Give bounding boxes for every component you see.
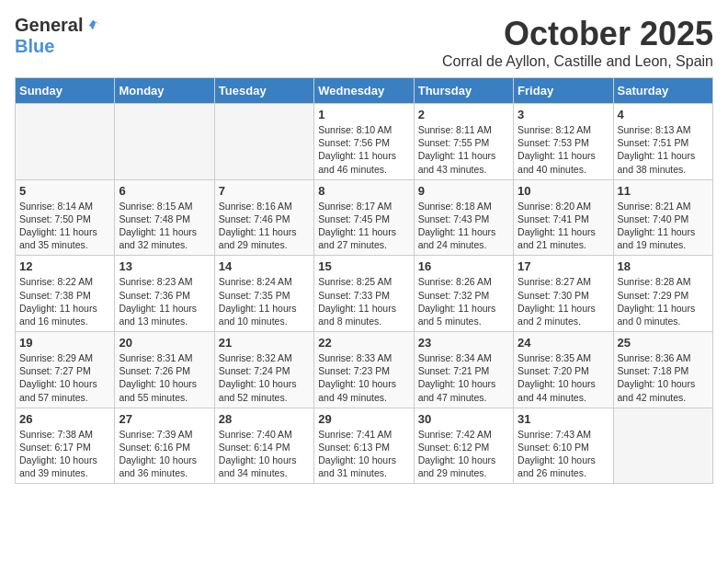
day-cell-18: 18Sunrise: 8:28 AMSunset: 7:29 PMDayligh…	[613, 256, 712, 332]
day-info: Sunrise: 8:15 AMSunset: 7:48 PMDaylight:…	[119, 200, 210, 252]
day-cell-23: 23Sunrise: 8:34 AMSunset: 7:21 PMDayligh…	[414, 332, 513, 408]
day-info: Sunrise: 8:28 AMSunset: 7:29 PMDaylight:…	[618, 275, 709, 327]
day-info: Sunrise: 8:22 AMSunset: 7:38 PMDaylight:…	[19, 275, 110, 327]
weekday-header-wednesday: Wednesday	[314, 78, 414, 104]
day-cell-31: 31Sunrise: 7:43 AMSunset: 6:10 PMDayligh…	[514, 408, 613, 484]
weekday-header-monday: Monday	[115, 78, 214, 104]
day-number: 6	[119, 184, 210, 198]
day-number: 9	[418, 184, 509, 198]
page-header: General Blue October 2025 Corral de Ayll…	[15, 15, 713, 70]
day-number: 11	[618, 184, 709, 198]
week-row-2: 5Sunrise: 8:14 AMSunset: 7:50 PMDaylight…	[16, 179, 713, 256]
weekday-header-thursday: Thursday	[414, 78, 513, 104]
day-cell-16: 16Sunrise: 8:26 AMSunset: 7:32 PMDayligh…	[414, 256, 513, 332]
day-number: 30	[418, 412, 509, 426]
day-cell-4: 4Sunrise: 8:13 AMSunset: 7:51 PMDaylight…	[613, 104, 712, 180]
day-info: Sunrise: 7:43 AMSunset: 6:10 PMDaylight:…	[518, 428, 609, 480]
day-number: 18	[618, 259, 709, 273]
day-cell-25: 25Sunrise: 8:36 AMSunset: 7:18 PMDayligh…	[613, 332, 712, 408]
day-number: 31	[518, 412, 609, 426]
svg-marker-0	[86, 19, 99, 29]
day-number: 25	[618, 336, 709, 350]
day-info: Sunrise: 8:12 AMSunset: 7:53 PMDaylight:…	[518, 123, 609, 176]
day-cell-10: 10Sunrise: 8:20 AMSunset: 7:41 PMDayligh…	[514, 179, 613, 256]
day-cell-3: 3Sunrise: 8:12 AMSunset: 7:53 PMDaylight…	[514, 104, 613, 180]
day-cell-30: 30Sunrise: 7:42 AMSunset: 6:12 PMDayligh…	[414, 408, 513, 484]
day-number: 20	[119, 336, 210, 350]
weekday-header-row: SundayMondayTuesdayWednesdayThursdayFrid…	[16, 78, 713, 104]
empty-cell	[115, 104, 214, 180]
day-number: 8	[318, 184, 409, 198]
day-cell-8: 8Sunrise: 8:17 AMSunset: 7:45 PMDaylight…	[314, 179, 414, 256]
week-row-5: 26Sunrise: 7:38 AMSunset: 6:17 PMDayligh…	[16, 408, 713, 484]
empty-cell	[16, 104, 115, 180]
day-info: Sunrise: 8:36 AMSunset: 7:18 PMDaylight:…	[618, 351, 709, 404]
day-number: 3	[518, 108, 609, 121]
day-cell-6: 6Sunrise: 8:15 AMSunset: 7:48 PMDaylight…	[115, 179, 214, 256]
day-info: Sunrise: 8:23 AMSunset: 7:36 PMDaylight:…	[119, 275, 210, 327]
day-info: Sunrise: 7:42 AMSunset: 6:12 PMDaylight:…	[418, 428, 509, 480]
day-info: Sunrise: 8:31 AMSunset: 7:26 PMDaylight:…	[119, 351, 210, 404]
day-number: 22	[318, 336, 409, 350]
logo-blue-text: Blue	[15, 36, 54, 57]
day-cell-19: 19Sunrise: 8:29 AMSunset: 7:27 PMDayligh…	[16, 332, 115, 408]
day-info: Sunrise: 8:18 AMSunset: 7:43 PMDaylight:…	[418, 200, 509, 252]
empty-cell	[613, 408, 712, 484]
day-info: Sunrise: 8:10 AMSunset: 7:56 PMDaylight:…	[318, 123, 409, 176]
logo-bird-icon	[85, 17, 101, 34]
location-subtitle: Corral de Ayllon, Castille and Leon, Spa…	[442, 53, 713, 70]
day-info: Sunrise: 8:21 AMSunset: 7:40 PMDaylight:…	[618, 200, 709, 252]
day-info: Sunrise: 8:27 AMSunset: 7:30 PMDaylight:…	[518, 275, 609, 327]
day-number: 14	[219, 259, 310, 273]
day-number: 7	[219, 184, 310, 198]
day-info: Sunrise: 8:14 AMSunset: 7:50 PMDaylight:…	[19, 200, 110, 252]
day-number: 19	[19, 336, 110, 350]
day-number: 2	[418, 108, 509, 121]
day-number: 23	[418, 336, 509, 350]
day-cell-1: 1Sunrise: 8:10 AMSunset: 7:56 PMDaylight…	[314, 104, 414, 180]
month-title: October 2025	[442, 15, 713, 53]
day-cell-7: 7Sunrise: 8:16 AMSunset: 7:46 PMDaylight…	[214, 179, 313, 256]
day-number: 21	[219, 336, 310, 350]
day-cell-9: 9Sunrise: 8:18 AMSunset: 7:43 PMDaylight…	[414, 179, 513, 256]
day-number: 26	[19, 412, 110, 426]
day-info: Sunrise: 8:17 AMSunset: 7:45 PMDaylight:…	[318, 200, 409, 252]
day-number: 12	[19, 259, 110, 273]
day-info: Sunrise: 8:26 AMSunset: 7:32 PMDaylight:…	[418, 275, 509, 327]
day-info: Sunrise: 7:41 AMSunset: 6:13 PMDaylight:…	[318, 428, 409, 480]
day-cell-29: 29Sunrise: 7:41 AMSunset: 6:13 PMDayligh…	[314, 408, 414, 484]
day-info: Sunrise: 7:38 AMSunset: 6:17 PMDaylight:…	[19, 428, 110, 480]
weekday-header-friday: Friday	[514, 78, 613, 104]
day-info: Sunrise: 8:35 AMSunset: 7:20 PMDaylight:…	[518, 351, 609, 404]
title-section: October 2025 Corral de Ayllon, Castille …	[442, 15, 713, 70]
day-number: 1	[318, 108, 409, 121]
day-cell-20: 20Sunrise: 8:31 AMSunset: 7:26 PMDayligh…	[115, 332, 214, 408]
week-row-4: 19Sunrise: 8:29 AMSunset: 7:27 PMDayligh…	[16, 332, 713, 408]
day-info: Sunrise: 7:39 AMSunset: 6:16 PMDaylight:…	[119, 428, 210, 480]
day-cell-24: 24Sunrise: 8:35 AMSunset: 7:20 PMDayligh…	[514, 332, 613, 408]
empty-cell	[214, 104, 313, 180]
day-info: Sunrise: 7:40 AMSunset: 6:14 PMDaylight:…	[219, 428, 310, 480]
day-info: Sunrise: 8:34 AMSunset: 7:21 PMDaylight:…	[418, 351, 509, 404]
day-cell-21: 21Sunrise: 8:32 AMSunset: 7:24 PMDayligh…	[214, 332, 313, 408]
logo-general-text: General	[15, 15, 83, 36]
day-number: 16	[418, 259, 509, 273]
day-info: Sunrise: 8:29 AMSunset: 7:27 PMDaylight:…	[19, 351, 110, 404]
day-info: Sunrise: 8:20 AMSunset: 7:41 PMDaylight:…	[518, 200, 609, 252]
day-info: Sunrise: 8:32 AMSunset: 7:24 PMDaylight:…	[219, 351, 310, 404]
day-cell-28: 28Sunrise: 7:40 AMSunset: 6:14 PMDayligh…	[214, 408, 313, 484]
day-cell-14: 14Sunrise: 8:24 AMSunset: 7:35 PMDayligh…	[214, 256, 313, 332]
day-number: 29	[318, 412, 409, 426]
day-info: Sunrise: 8:24 AMSunset: 7:35 PMDaylight:…	[219, 275, 310, 327]
day-cell-27: 27Sunrise: 7:39 AMSunset: 6:16 PMDayligh…	[115, 408, 214, 484]
day-info: Sunrise: 8:25 AMSunset: 7:33 PMDaylight:…	[318, 275, 409, 327]
day-info: Sunrise: 8:13 AMSunset: 7:51 PMDaylight:…	[618, 123, 709, 176]
day-info: Sunrise: 8:11 AMSunset: 7:55 PMDaylight:…	[418, 123, 509, 176]
day-cell-12: 12Sunrise: 8:22 AMSunset: 7:38 PMDayligh…	[16, 256, 115, 332]
day-number: 4	[618, 108, 709, 121]
calendar-table: SundayMondayTuesdayWednesdayThursdayFrid…	[15, 77, 713, 484]
day-cell-17: 17Sunrise: 8:27 AMSunset: 7:30 PMDayligh…	[514, 256, 613, 332]
logo: General Blue	[15, 15, 101, 57]
day-cell-2: 2Sunrise: 8:11 AMSunset: 7:55 PMDaylight…	[414, 104, 513, 180]
week-row-1: 1Sunrise: 8:10 AMSunset: 7:56 PMDaylight…	[16, 104, 713, 180]
